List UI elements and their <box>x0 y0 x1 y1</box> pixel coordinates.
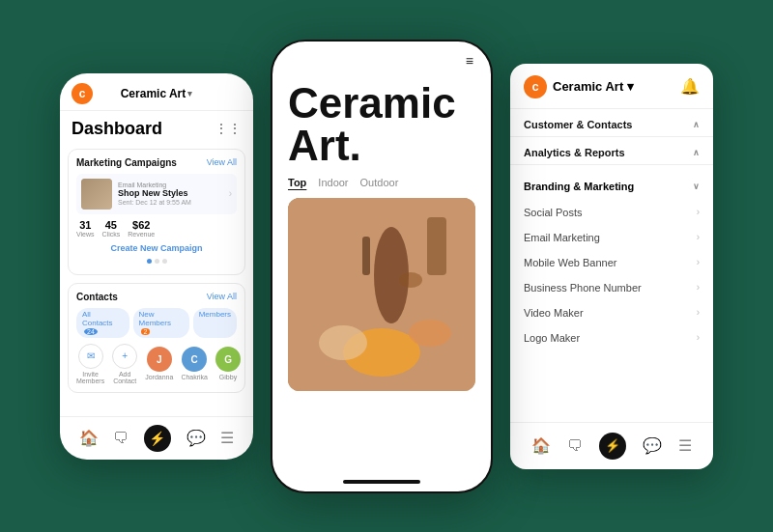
campaigns-title: Marketing Campaigns <box>76 157 177 168</box>
brand-logo-left: c <box>72 83 93 104</box>
stat-views: 31 Views <box>76 219 95 238</box>
svg-point-6 <box>409 320 451 347</box>
right-topbar: c Ceramic Art ▾ 🔔 <box>510 64 713 109</box>
menu-item-mobile-web-banner[interactable]: Mobile Web Banner › <box>510 250 713 275</box>
menu-item-video-maker[interactable]: Video Maker › <box>510 300 713 325</box>
stat-clicks-label: Clicks <box>102 231 121 238</box>
left-phone-content: Dashboard ⋮⋮ Marketing Campaigns View Al… <box>60 111 253 416</box>
campaigns-view-all[interactable]: View All <box>207 157 237 167</box>
analytics-reports-title: Analytics & Reports <box>524 147 625 158</box>
analytics-reports-header[interactable]: Analytics & Reports ∧ <box>524 147 700 158</box>
right-nav-menu-icon[interactable]: ☰ <box>678 436 692 455</box>
filter-new-members[interactable]: New Members 2 <box>133 308 189 338</box>
ceramic-image-bg <box>288 198 475 391</box>
campaign-thumbnail <box>81 179 112 210</box>
email-marketing-arrow: › <box>697 232 700 242</box>
ceramic-title-line2: Art. <box>288 122 361 169</box>
menu-dots-icon[interactable]: ⋮⋮ <box>215 121 242 136</box>
menu-item-email-marketing[interactable]: Email Marketing › <box>510 225 713 250</box>
right-nav-bolt-btn[interactable]: ⚡ <box>599 433 626 460</box>
tab-top[interactable]: Top <box>288 177 306 188</box>
avatar-jordanna: J <box>147 347 172 372</box>
right-nav-chat-icon[interactable]: 🗨 <box>567 437 583 455</box>
screenshots-container: c Ceramic Art ▾ Dashboard ⋮⋮ Marketing C… <box>0 0 773 532</box>
nav-bolt-btn[interactable]: ⚡ <box>144 425 171 452</box>
menu-item-social-posts[interactable]: Social Posts › <box>510 200 713 225</box>
customer-contacts-chevron: ∧ <box>693 120 700 129</box>
left-bottom-nav: 🏠 🗨 ⚡ 💬 ☰ <box>60 416 253 460</box>
right-brand-name[interactable]: Ceramic Art ▾ <box>553 79 634 94</box>
center-topbar: ≡ <box>272 42 491 72</box>
mobile-web-banner-label: Mobile Web Banner <box>524 257 616 268</box>
add-contact-icon: + <box>112 344 137 369</box>
contacts-section: Contacts View All All Contacts 24 New Me… <box>68 283 245 393</box>
add-contact-btn[interactable]: + Add Contact <box>112 344 137 384</box>
logo-maker-arrow: › <box>697 332 700 343</box>
ceramic-title-line1: Ceramic <box>288 79 456 126</box>
stat-clicks: 45 Clicks <box>102 219 121 238</box>
campaigns-section-header: Marketing Campaigns View All <box>76 157 237 168</box>
right-brand: c Ceramic Art ▾ <box>524 75 634 98</box>
brand-name-text-left: Ceramic Art <box>121 87 186 100</box>
filter-all-contacts[interactable]: All Contacts 24 <box>76 308 129 338</box>
home-indicator <box>343 480 420 484</box>
contact-gibby[interactable]: G Gibby <box>215 347 241 380</box>
campaign-type: Email Marketing <box>118 182 223 188</box>
create-campaign-btn[interactable]: Create New Campaign <box>76 240 237 256</box>
analytics-reports-section: Analytics & Reports ∧ <box>510 137 713 165</box>
branding-marketing-title: Branding & Marketing <box>524 181 634 192</box>
customer-contacts-title: Customer & Contacts <box>524 119 632 130</box>
right-menu-sections: Customer & Contacts ∧ Analytics & Report… <box>510 109 713 422</box>
branding-marketing-header[interactable]: Branding & Marketing ∨ <box>510 173 713 200</box>
video-maker-arrow: › <box>697 307 700 318</box>
brand-name-left[interactable]: Ceramic Art ▾ <box>121 87 193 100</box>
invite-members-btn[interactable]: ✉ Invite Members <box>76 344 104 384</box>
svg-point-2 <box>399 272 422 288</box>
ceramic-product-image <box>288 198 475 391</box>
campaign-name: Shop New Styles <box>118 188 223 199</box>
filter-all-label: All Contacts <box>82 310 113 327</box>
right-nav-message-icon[interactable]: 💬 <box>643 436 662 455</box>
business-phone-arrow: › <box>697 282 700 293</box>
left-phone: c Ceramic Art ▾ Dashboard ⋮⋮ Marketing C… <box>60 73 253 460</box>
video-maker-label: Video Maker <box>524 307 584 319</box>
nav-message-icon[interactable]: 💬 <box>186 429 206 447</box>
customer-contacts-header[interactable]: Customer & Contacts ∧ <box>524 119 700 130</box>
social-posts-label: Social Posts <box>524 207 583 218</box>
bell-icon[interactable]: 🔔 <box>680 77 700 96</box>
tab-outdoor[interactable]: Outdoor <box>360 177 399 188</box>
invite-icon: ✉ <box>78 344 103 369</box>
customer-contacts-section: Customer & Contacts ∧ <box>510 109 713 137</box>
nav-home-icon[interactable]: 🏠 <box>79 429 99 447</box>
contacts-view-all[interactable]: View All <box>207 292 237 301</box>
contact-chakrika[interactable]: C Chakrika <box>181 347 208 380</box>
menu-item-logo-maker[interactable]: Logo Maker › <box>510 325 713 350</box>
center-tabs: Top Indoor Outdoor <box>288 177 475 188</box>
stat-revenue-value: $62 <box>128 219 155 231</box>
dot-2 <box>155 259 159 264</box>
add-contact-label: Add Contact <box>112 371 137 384</box>
branding-marketing-section: Branding & Marketing ∨ Social Posts › Em… <box>510 165 713 358</box>
right-panel: c Ceramic Art ▾ 🔔 Customer & Contacts ∧ … <box>510 64 713 469</box>
filter-members-label: Members <box>199 310 231 319</box>
avatar-chakrika-name: Chakrika <box>181 374 208 380</box>
right-bottom-nav: 🏠 🗨 ⚡ 💬 ☰ <box>510 422 713 469</box>
nav-menu-icon[interactable]: ☰ <box>220 429 234 447</box>
campaign-date: Sent: Dec 12 at 9:55 AM <box>118 199 223 206</box>
carousel-dots <box>76 256 237 266</box>
nav-chat-icon[interactable]: 🗨 <box>113 430 129 447</box>
filter-all-badge: 24 <box>84 328 98 335</box>
tab-indoor[interactable]: Indoor <box>318 177 348 188</box>
stat-revenue-label: Revenue <box>128 231 155 238</box>
right-brand-logo: c <box>524 75 547 98</box>
stat-views-value: 31 <box>76 219 95 231</box>
hamburger-icon[interactable]: ≡ <box>466 53 475 69</box>
contact-jordanna[interactable]: J Jordanna <box>145 347 173 380</box>
logo-maker-label: Logo Maker <box>524 332 580 344</box>
branding-marketing-chevron: ∨ <box>693 182 700 191</box>
stat-revenue: $62 Revenue <box>128 219 155 238</box>
menu-item-business-phone[interactable]: Business Phone Number › <box>510 275 713 300</box>
right-nav-home-icon[interactable]: 🏠 <box>531 436 551 455</box>
filter-members[interactable]: Members <box>193 308 237 338</box>
social-posts-arrow: › <box>697 207 700 217</box>
